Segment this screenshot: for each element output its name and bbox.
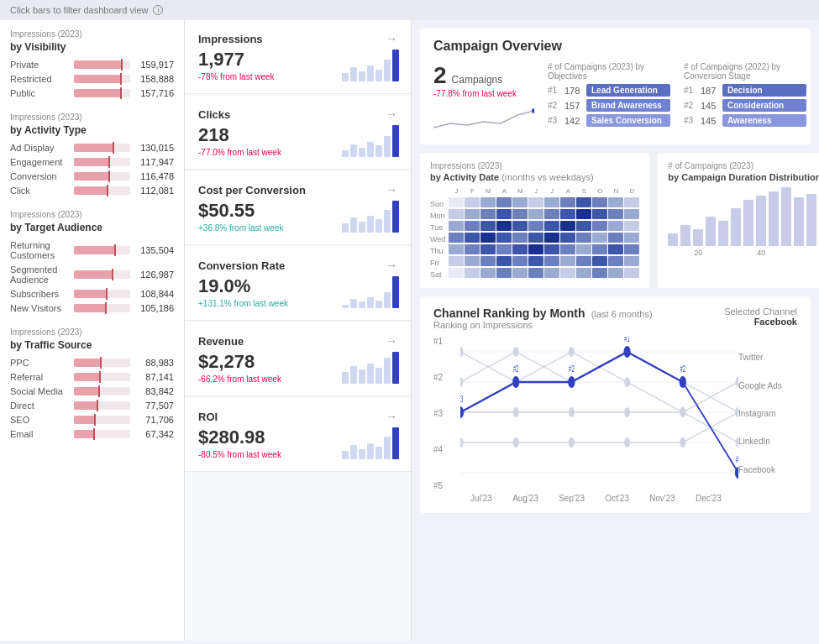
metric-card[interactable]: Clicks → 218 -77.0% from last week: [185, 96, 411, 170]
metric-card[interactable]: Impressions → 1,977 -78% from last week: [185, 20, 411, 94]
heat-cell: [608, 244, 623, 254]
obj-badge: Sales Conversion: [586, 114, 670, 127]
channel-y-lbl: #2: [433, 373, 454, 382]
bar-fill: [74, 186, 108, 195]
month-lbl: J: [528, 187, 543, 195]
channel-y-lbl: #3: [433, 409, 454, 418]
svg-point-7: [460, 377, 464, 387]
conv-num: 187: [701, 86, 719, 96]
bar-fill: [74, 290, 107, 298]
dur-bar: [680, 225, 690, 246]
sidebar-bar-row[interactable]: SEO 71,706: [10, 415, 174, 425]
bar-fill: [74, 270, 113, 279]
heat-cell: [592, 197, 607, 207]
bar-fill: [74, 172, 109, 181]
sidebar-bar-row[interactable]: Social Media 83,842: [10, 386, 174, 396]
metric-card[interactable]: Conversion Rate → 19.0% +131.1% from las…: [185, 247, 411, 321]
conv-row: #3 145 Awareness: [684, 114, 806, 127]
metric-arrow-icon: →: [386, 32, 397, 45]
sidebar-bar-row[interactable]: Restricted 158,888: [10, 74, 174, 84]
metric-card[interactable]: Cost per Conversion → $50.55 +36.8% from…: [185, 171, 411, 245]
svg-text:#2: #2: [569, 364, 575, 374]
sidebar-bar-row[interactable]: Segmented Audience 126,987: [10, 264, 174, 285]
obj-title: # of Campaigns (2023) by Objectives: [548, 62, 670, 81]
bar-track: [74, 172, 130, 181]
bar-label: Segmented Audience: [10, 264, 69, 285]
svg-point-30: [735, 407, 738, 417]
sidebar-bar-row[interactable]: Email 67,342: [10, 429, 174, 439]
svg-point-13: [460, 347, 464, 357]
metric-card[interactable]: ROI → $280.98 -80.5% from last week: [185, 398, 411, 472]
metric-bar: [367, 364, 374, 384]
channel-legend-item: Google Ads: [738, 381, 797, 390]
sidebar-bar-row[interactable]: Referral 87,141: [10, 372, 174, 382]
channel-chart-container: #1#2#3#4#5 #3#2#2#1#2#5 TwitterGoogle Ad…: [433, 337, 797, 490]
day-label: Wed: [430, 234, 445, 244]
heat-cell: [576, 244, 591, 254]
metric-card[interactable]: Revenue → $2,278 -66.2% from last week: [185, 322, 411, 396]
bar-value: 158,888: [135, 74, 174, 84]
channel-y-lbl: #1: [433, 337, 454, 346]
sidebar-section-year: Impressions (2023): [10, 209, 174, 220]
obj-badge: Lead Generation: [586, 84, 670, 97]
heat-cell: [624, 197, 639, 207]
svg-point-25: [460, 437, 464, 448]
bar-fill: [74, 304, 106, 312]
heat-row: [449, 244, 639, 254]
sidebar-section: Impressions (2023) by Traffic Source PPC…: [10, 327, 174, 439]
month-lbl: N: [608, 187, 623, 195]
heat-row: [449, 197, 639, 207]
heat-cell: [480, 256, 496, 266]
sidebar-bar-row[interactable]: New Visitors 105,186: [10, 303, 174, 313]
sidebar-bar-row[interactable]: Private 159,917: [10, 60, 174, 70]
channel-plot: #3#2#2#1#2#5: [460, 337, 738, 490]
conversion-block: # of Campaigns (2022) by Conversion Stag…: [684, 62, 806, 129]
bar-value: 77,507: [135, 401, 174, 411]
sidebar-bar-row[interactable]: Public 157,716: [10, 88, 174, 98]
sidebar-bar-row[interactable]: Engagement 117,947: [10, 157, 174, 167]
heat-cell: [528, 268, 543, 278]
heat-cell: [512, 244, 528, 254]
bar-fill: [74, 416, 95, 424]
metric-bar: [367, 65, 374, 81]
metric-title: Revenue: [198, 335, 244, 348]
heat-cell: [608, 256, 623, 266]
metric-chart: [342, 48, 399, 81]
bar-label: Public: [10, 88, 69, 98]
metric-arrow-icon: →: [386, 410, 397, 423]
top-bar: Click bars to filter dashboard view i: [0, 0, 819, 20]
heat-cell: [560, 256, 575, 266]
channel-selected-name: Facebook: [724, 317, 797, 327]
duration-subtitle: by Campaign Duration Distribution (days): [668, 172, 819, 182]
sidebar-bar-row[interactable]: Ad Display 130,015: [10, 143, 174, 153]
sidebar-bar-row[interactable]: Subscribers 108,844: [10, 289, 174, 299]
bar-track: [74, 304, 130, 312]
sidebar-bar-row[interactable]: Click 112,081: [10, 186, 174, 196]
sidebar-bar-row[interactable]: Direct 77,507: [10, 401, 174, 411]
heat-cell: [624, 256, 639, 266]
metric-bar: [392, 125, 399, 157]
sidebar-bar-row[interactable]: Returning Customers 135,504: [10, 240, 174, 260]
heat-row: [449, 221, 639, 231]
obj-num: 142: [564, 116, 583, 126]
sidebar-bar-row[interactable]: Conversion 116,478: [10, 171, 174, 181]
conv-badge: Consideration: [722, 99, 806, 112]
bar-value: 116,478: [135, 171, 174, 181]
heat-cell: [624, 233, 639, 243]
day-label: Tue: [430, 223, 445, 233]
bar-value: 105,186: [135, 303, 174, 313]
bar-track: [74, 359, 130, 367]
bar-fill: [74, 75, 121, 83]
bar-track: [74, 290, 130, 298]
metric-bar: [367, 443, 374, 459]
day-label: Fri: [430, 258, 445, 268]
bar-value: 87,141: [135, 372, 174, 382]
heat-cell: [496, 244, 512, 254]
metric-bar: [384, 437, 391, 459]
sidebar-bar-row[interactable]: PPC 88,983: [10, 358, 174, 368]
metric-bar: [342, 372, 349, 384]
heat-row: [449, 209, 639, 219]
channel-x-lbl: Sep'23: [559, 494, 585, 503]
channel-y-lbl: #5: [433, 481, 454, 490]
dur-bar: [756, 196, 766, 246]
